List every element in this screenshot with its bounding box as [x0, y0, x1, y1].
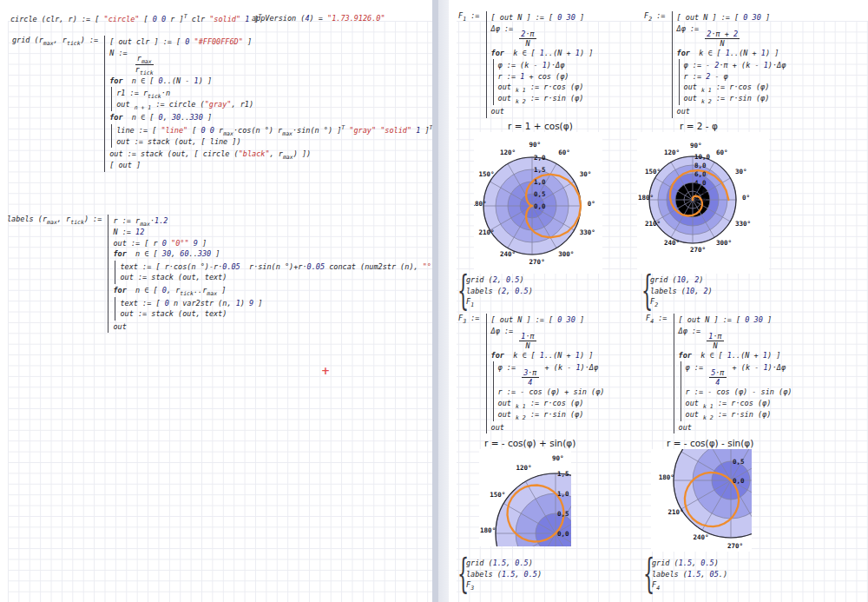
svg-text:30°: 30° [580, 170, 592, 178]
code-line: labels (10, 2) [650, 286, 713, 297]
code-line: line := [ "line" [ 0 0 rmax·cos(n °) rma… [116, 125, 432, 136]
svg-text:210°: 210° [478, 228, 494, 236]
code-line: F3 [466, 579, 542, 591]
svg-text:0°: 0° [588, 200, 595, 208]
code-subblock: r1 := rtick·nout n + 1 := circle ("gray"… [111, 87, 432, 111]
svg-text:240°: 240° [664, 239, 680, 247]
code-subblock: line := [ "line" [ 0 0 rmax·cos(n °) rma… [111, 124, 432, 149]
code-line: out k 2 := r·sin (φ) [684, 93, 786, 104]
code-line: out [679, 422, 792, 433]
svg-text:0,0: 0,0 [694, 196, 707, 204]
svg-text:210°: 210° [668, 508, 684, 516]
svg-text:4,0: 4,0 [694, 179, 707, 187]
svg-text:0,0: 0,0 [733, 477, 745, 485]
code-line: r := rmax·1.2 [113, 215, 457, 227]
code-line: for n ∈ [ 0..(N - 1) ] [109, 76, 432, 87]
code-subblock: φ := - 2·π + (k - 1)·Δφr := 2 - φout k 1… [679, 59, 786, 105]
plot-title-cardioid: r = 1 + cos(φ) [508, 121, 573, 131]
code-line: r := 1 + cos (φ) [498, 71, 594, 83]
svg-text:8,0: 8,0 [694, 162, 707, 169]
code-line: Δφ := 1·πN [491, 326, 605, 350]
code-line: grid (10, 2) [650, 275, 713, 286]
code-line: labels (1.5, 05.) [652, 569, 727, 580]
polar-plot-svg: 0,00,51,01,52,00°30°60°90°120°150°180°21… [474, 132, 602, 274]
svg-text:0,5: 0,5 [733, 458, 745, 466]
plot-call-block-1[interactable]: grid (2, 0.5)labels (2, 0.5)F1 [460, 275, 533, 308]
polar-plot-cardioid[interactable]: 0,00,51,01,52,00°30°60°90°120°150°180°21… [474, 132, 602, 275]
code-line: out n + 1 := circle ("gray", r1) [116, 99, 432, 110]
svg-text:2,0: 2,0 [694, 188, 707, 195]
svg-text:120°: 120° [664, 149, 680, 156]
code-subblock: φ := (k - 1)·Δφr := 1 + cos (φ)out k 1 :… [493, 59, 594, 105]
polar-plot-circle-plus[interactable]: 0,00,51,01,50°30°60°90°120°150°180°210°2… [479, 449, 571, 548]
code-line: out k 2 := r·sin (φ) [498, 409, 605, 420]
code-line: r := - cos (φ) + sin (φ) [498, 387, 605, 398]
code-line: φ := 5·π4 + (k - 1)·Δφ [686, 362, 792, 387]
code-line: out k 1 := r·cos (φ) [686, 398, 792, 409]
definition-body: [ out N ] := [ 0 30 ]Δφ := 1·πNfor k ∈ [… [486, 314, 605, 433]
svg-text:1,0: 1,0 [534, 178, 546, 186]
definition-head: grid (rmax, rtick) := [12, 35, 102, 46]
code-line: for k ∈ [ 1..(N + 1) ] [491, 48, 594, 59]
definition-head: F1 := [458, 10, 484, 22]
plot-title-circle-plus: r = - cos(φ) + sin(φ) [484, 438, 575, 448]
svg-text:150°: 150° [478, 170, 494, 178]
svg-text:6,0: 6,0 [694, 170, 707, 178]
code-line: [ out ] [109, 160, 432, 171]
plot-call-block-4[interactable]: grid (1.5, 0.5)labels (1.5, 05.)F4 [646, 558, 727, 591]
svg-text:210°: 210° [645, 220, 661, 228]
math-region-f2-definition[interactable]: F2 := [ out N ] := [ 0 30 ]Δφ := 2·π + 2… [644, 10, 786, 119]
code-line: out k 2 := r·sin (φ) [498, 93, 594, 104]
code-line: [ out N ] := [ 0 30 ] [491, 12, 594, 23]
svg-text:330°: 330° [735, 220, 751, 228]
math-region-f1-definition[interactable]: F1 := [ out N ] := [ 0 30 ]Δφ := 2·πNfor… [458, 10, 593, 119]
code-line: out k 1 := r·cos (φ) [498, 82, 594, 93]
code-line: [ out N ] := [ 0 30 ] [679, 314, 792, 326]
definition-head: F3 := [458, 313, 484, 324]
math-region-f4-definition[interactable]: F4 := [ out N ] := [ 0 30 ]Δφ := 1·πNfor… [646, 313, 792, 434]
code-line: out [113, 321, 457, 333]
code-line: [ out N ] := [ 0 30 ] [491, 314, 605, 326]
polar-plot-svg: 0,00,51,01,50°30°60°90°120°150°180°210°2… [651, 449, 752, 552]
math-region-circle-definition[interactable]: circle (clr, r) := [ "circle" [ 0 0 r ]T… [10, 14, 262, 23]
code-line: out k 2 := r·sin (φ) [686, 409, 792, 420]
worksheet-page-left[interactable]: circle (clr, r) := [ "circle" [ 0 0 r ]T… [0, 0, 433, 602]
code-line: out [491, 422, 605, 433]
svg-text:90°: 90° [529, 141, 542, 149]
smath-worksheet: circle (clr, r) := [ "circle" [ 0 0 r ]T… [0, 0, 868, 602]
svg-text:0°: 0° [742, 194, 750, 202]
plot-call-block-3[interactable]: grid (1.5, 0.5)labels (1.5, 0.5)F3 [460, 558, 542, 591]
page-separator [432, 0, 449, 602]
code-line: out := [ r 0 "0°" 9 ] [113, 238, 457, 249]
code-line: text := [ 0 n var2str (n, 1) 9 ] [120, 298, 457, 309]
svg-text:30°: 30° [735, 168, 747, 175]
code-line: φ := (k - 1)·Δφ [498, 60, 594, 71]
code-line: grid (1.5, 0.5) [466, 558, 542, 569]
svg-text:0,0: 0,0 [557, 530, 569, 538]
definition-body: [ out N ] := [ 0 30 ]Δφ := 2·πNfor k ∈ [… [486, 11, 594, 118]
math-region-f3-definition[interactable]: F3 := [ out N ] := [ 0 30 ]Δφ := 1·πNfor… [458, 313, 604, 434]
polar-plot-circle-minus[interactable]: 0,00,51,01,50°30°60°90°120°150°180°210°2… [651, 449, 752, 553]
svg-text:300°: 300° [558, 250, 574, 258]
insertion-cursor-cross: + [321, 365, 330, 377]
code-line: N := rmaxrtick [109, 48, 432, 76]
definition-head: F2 := [644, 10, 670, 22]
svg-text:240°: 240° [693, 533, 708, 541]
math-region-labels-definition[interactable]: labels (rmax, rtick) := r := rmax·1.2N :… [7, 214, 458, 334]
math-region-app-version[interactable]: appVersion (4) = "1.73.9126.0" [252, 14, 385, 23]
code-line: out [677, 106, 786, 117]
code-line: [ out N ] := [ 0 30 ] [677, 12, 786, 23]
polar-plot-spiral[interactable]: 0,02,04,06,08,010,00°30°60°90°120°150°18… [637, 132, 769, 275]
code-line: out := stack (out, text) [120, 272, 457, 283]
plot-title-circle-minus: r = - cos(φ) - sin(φ) [667, 438, 753, 448]
svg-text:180°: 180° [659, 473, 674, 481]
math-region-grid-definition[interactable]: grid (rmax, rtick) := [ out clr ] := [ 0… [12, 35, 432, 173]
svg-text:0,5: 0,5 [534, 190, 546, 198]
code-line: r := 2 - φ [684, 71, 786, 83]
code-line: φ := 3·π4 + (k - 1)·Δφ [498, 362, 605, 387]
code-line: out := stack (out, [ circle ("black", rm… [109, 149, 432, 160]
worksheet-page-right[interactable]: F1 := [ out N ] := [ 0 30 ]Δφ := 2·πNfor… [449, 0, 868, 602]
svg-text:180°: 180° [474, 200, 486, 208]
plot-call-block-2[interactable]: grid (10, 2)labels (10, 2)F2 [644, 275, 713, 308]
code-line: for k ∈ [ 1..(N + 1) ] [677, 48, 786, 59]
